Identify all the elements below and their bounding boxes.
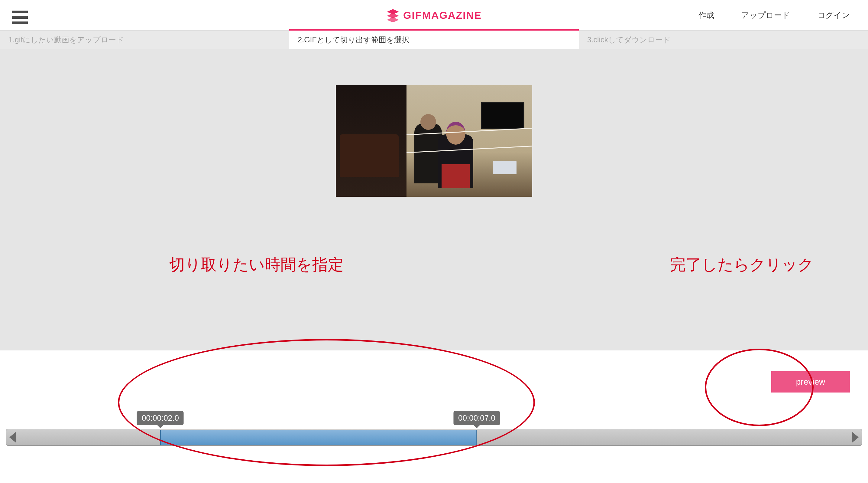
range-end-marker[interactable]: 00:00:07.0 [453,411,500,425]
nav-right: 作成 アップロード ログイン [699,10,856,21]
hamburger-menu-icon[interactable] [12,6,28,24]
brand-logo[interactable]: GIFMAGAZINE [386,8,482,22]
step-1-upload[interactable]: 1.gifにしたい動画をアップロード [0,31,289,49]
workspace [0,49,868,350]
range-end-time: 00:00:07.0 [458,414,495,423]
annotation-timeline-hint: 切り取りたい時間を指定 [169,254,344,275]
range-start-marker[interactable]: 00:00:02.0 [137,411,184,425]
preview-button[interactable]: preview [771,371,850,393]
stack-icon [386,8,400,22]
step-label: 1.gifにしたい動画をアップロード [8,35,124,45]
video-preview[interactable] [336,85,532,197]
nav-login[interactable]: ログイン [817,10,850,21]
timeline-scroll-left-icon[interactable] [9,432,16,443]
timeline: 00:00:02.0 00:00:07.0 [6,429,862,446]
app-header: GIFMAGAZINE 作成 アップロード ログイン [0,0,868,30]
timeline-range-selection[interactable]: 00:00:02.0 00:00:07.0 [160,430,476,445]
timeline-track[interactable]: 00:00:02.0 00:00:07.0 [6,429,862,446]
step-3-download[interactable]: 3.clickしてダウンロード [579,31,868,49]
svg-marker-2 [387,17,399,22]
nav-create[interactable]: 作成 [699,10,714,21]
controls-panel: preview 00:00:02.0 00:00:07.0 [0,359,868,480]
nav-upload[interactable]: アップロード [741,10,790,21]
timeline-scroll-right-icon[interactable] [852,432,859,443]
range-start-time: 00:00:02.0 [142,414,179,423]
step-2-select-range[interactable]: 2.GIFとして切り出す範囲を選択 [289,31,579,49]
step-label: 2.GIFとして切り出す範囲を選択 [298,35,409,45]
step-label: 3.clickしてダウンロード [587,35,671,45]
brand-name: GIFMAGAZINE [403,9,482,21]
step-tabs: 1.gifにしたい動画をアップロード 2.GIFとして切り出す範囲を選択 3.c… [0,30,868,49]
annotation-preview-hint: 完了したらクリック [670,254,814,275]
